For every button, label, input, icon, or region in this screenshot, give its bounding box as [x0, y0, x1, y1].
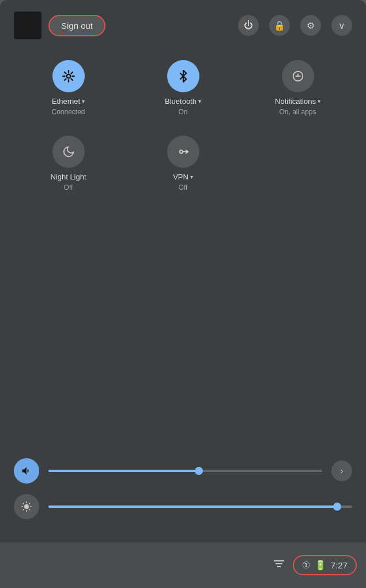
- night-light-tile[interactable]: Night Light Off: [14, 131, 123, 196]
- sign-out-button[interactable]: Sign out: [48, 15, 105, 36]
- brightness-icon-button[interactable]: [14, 494, 39, 519]
- brightness-slider-fill: [48, 505, 337, 508]
- night-light-icon: [52, 136, 85, 168]
- taskbar-menu-icon[interactable]: [272, 557, 286, 574]
- volume-slider-thumb: [195, 467, 203, 475]
- ethernet-tile[interactable]: Ethernet ▾ Connected: [14, 55, 123, 121]
- power-button[interactable]: ⏻: [238, 15, 259, 36]
- bluetooth-icon: [167, 60, 199, 92]
- notifications-icon: [282, 60, 314, 92]
- avatar: [14, 12, 41, 39]
- vpn-label: VPN ▾: [173, 173, 193, 181]
- vpn-sublabel: Off: [179, 183, 188, 192]
- clock: 7:27: [331, 560, 348, 570]
- sliders-section: ›: [14, 458, 352, 531]
- settings-button[interactable]: ⚙: [300, 15, 321, 36]
- svg-point-0: [66, 74, 70, 78]
- ethernet-sublabel: Connected: [51, 108, 85, 116]
- volume-slider-track[interactable]: [48, 470, 322, 472]
- volume-icon-button[interactable]: [14, 458, 39, 484]
- lock-icon: 🔒: [274, 20, 285, 31]
- lock-button[interactable]: 🔒: [269, 15, 290, 36]
- system-tray[interactable]: ① 🔋 7:27: [293, 555, 357, 575]
- bluetooth-arrow: ▾: [198, 98, 201, 104]
- brightness-slider-thumb: [333, 503, 341, 511]
- power-icon: ⏻: [244, 20, 253, 31]
- quick-tiles-row1: Ethernet ▾ Connected Bluetooth ▾ On: [14, 55, 352, 121]
- notification-count-icon: ①: [302, 560, 310, 571]
- chevron-right-icon: ›: [341, 466, 344, 475]
- volume-slider-row: ›: [14, 458, 352, 484]
- volume-expand-button[interactable]: ›: [331, 460, 352, 481]
- header-row: Sign out ⏻ 🔒 ⚙ ∨: [14, 12, 352, 39]
- quick-settings-panel: Sign out ⏻ 🔒 ⚙ ∨: [0, 0, 366, 542]
- bluetooth-sublabel: On: [178, 108, 187, 116]
- header-icons: ⏻ 🔒 ⚙ ∨: [238, 15, 352, 36]
- notifications-tile[interactable]: Notifications ▾ On, all apps: [243, 55, 352, 121]
- bluetooth-label: Bluetooth ▾: [165, 97, 201, 106]
- ethernet-icon: [52, 60, 85, 92]
- night-light-sublabel: Off: [64, 183, 73, 192]
- night-light-label: Night Light: [50, 173, 86, 181]
- ethernet-arrow: ▾: [82, 98, 85, 104]
- notifications-arrow: ▾: [318, 98, 320, 104]
- vpn-icon: [167, 136, 199, 168]
- collapse-button[interactable]: ∨: [331, 15, 352, 36]
- chevron-down-icon: ∨: [338, 20, 345, 31]
- taskbar: ① 🔋 7:27: [0, 542, 366, 588]
- notifications-sublabel: On, all apps: [279, 108, 316, 116]
- settings-icon: ⚙: [307, 20, 315, 31]
- notifications-label: Notifications ▾: [275, 97, 320, 106]
- quick-tiles-row2: Night Light Off VPN ▾ Off: [14, 131, 352, 196]
- vpn-tile[interactable]: VPN ▾ Off: [129, 131, 237, 196]
- battery-icon: 🔋: [315, 560, 326, 571]
- bluetooth-tile[interactable]: Bluetooth ▾ On: [129, 55, 237, 121]
- vpn-arrow: ▾: [190, 174, 193, 180]
- brightness-slider-track[interactable]: [48, 505, 352, 508]
- ethernet-label: Ethernet ▾: [52, 97, 85, 106]
- brightness-slider-row: [14, 494, 352, 519]
- volume-slider-fill: [48, 470, 199, 472]
